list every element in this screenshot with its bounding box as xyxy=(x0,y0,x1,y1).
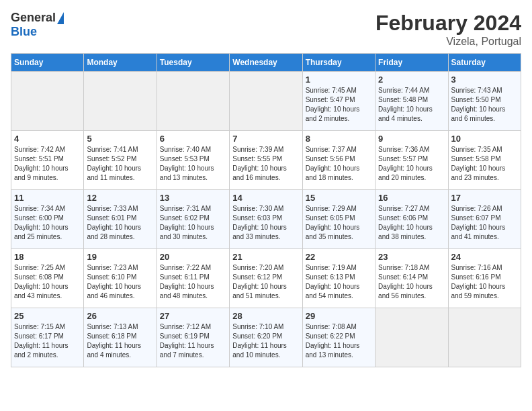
day-info: Sunrise: 7:29 AM Sunset: 6:05 PM Dayligh… xyxy=(306,204,372,242)
day-cell xyxy=(11,72,84,131)
day-cell: 15Sunrise: 7:29 AM Sunset: 6:05 PM Dayli… xyxy=(302,190,375,249)
day-cell: 1Sunrise: 7:45 AM Sunset: 5:47 PM Daylig… xyxy=(302,72,375,131)
logo-general: General xyxy=(11,11,56,25)
day-number: 7 xyxy=(232,134,299,144)
day-cell: 29Sunrise: 7:08 AM Sunset: 6:22 PM Dayli… xyxy=(302,308,375,367)
week-row-3: 11Sunrise: 7:34 AM Sunset: 6:00 PM Dayli… xyxy=(11,190,521,249)
day-info: Sunrise: 7:30 AM Sunset: 6:03 PM Dayligh… xyxy=(232,204,299,242)
day-info: Sunrise: 7:31 AM Sunset: 6:02 PM Dayligh… xyxy=(160,204,226,242)
day-info: Sunrise: 7:43 AM Sunset: 5:50 PM Dayligh… xyxy=(451,86,518,124)
day-cell xyxy=(84,72,157,131)
day-number: 13 xyxy=(160,193,226,203)
day-number: 9 xyxy=(378,134,445,144)
day-info: Sunrise: 7:27 AM Sunset: 6:06 PM Dayligh… xyxy=(378,204,445,242)
day-number: 1 xyxy=(306,75,372,85)
col-header-friday: Friday xyxy=(375,54,448,72)
day-cell: 18Sunrise: 7:25 AM Sunset: 6:08 PM Dayli… xyxy=(11,249,84,308)
day-cell xyxy=(157,72,229,131)
day-cell: 4Sunrise: 7:42 AM Sunset: 5:51 PM Daylig… xyxy=(11,131,84,190)
day-cell xyxy=(448,308,521,367)
day-info: Sunrise: 7:22 AM Sunset: 6:11 PM Dayligh… xyxy=(160,263,226,301)
day-number: 18 xyxy=(14,252,81,262)
day-cell: 3Sunrise: 7:43 AM Sunset: 5:50 PM Daylig… xyxy=(448,72,521,131)
day-number: 24 xyxy=(451,252,518,262)
day-cell: 19Sunrise: 7:23 AM Sunset: 6:10 PM Dayli… xyxy=(84,249,157,308)
day-info: Sunrise: 7:13 AM Sunset: 6:18 PM Dayligh… xyxy=(87,322,153,360)
day-info: Sunrise: 7:34 AM Sunset: 6:00 PM Dayligh… xyxy=(14,204,81,242)
day-info: Sunrise: 7:16 AM Sunset: 6:16 PM Dayligh… xyxy=(451,263,518,301)
day-number: 26 xyxy=(87,311,153,321)
day-cell xyxy=(230,72,302,131)
calendar-table: SundayMondayTuesdayWednesdayThursdayFrid… xyxy=(11,53,521,367)
logo-triangle-icon xyxy=(57,12,64,24)
day-cell: 20Sunrise: 7:22 AM Sunset: 6:11 PM Dayli… xyxy=(157,249,229,308)
col-header-wednesday: Wednesday xyxy=(230,54,302,72)
col-header-monday: Monday xyxy=(84,54,157,72)
day-cell: 5Sunrise: 7:41 AM Sunset: 5:52 PM Daylig… xyxy=(84,131,157,190)
day-cell: 28Sunrise: 7:10 AM Sunset: 6:20 PM Dayli… xyxy=(230,308,302,367)
day-number: 22 xyxy=(306,252,372,262)
day-cell: 7Sunrise: 7:39 AM Sunset: 5:55 PM Daylig… xyxy=(230,131,302,190)
day-cell: 2Sunrise: 7:44 AM Sunset: 5:48 PM Daylig… xyxy=(375,72,448,131)
day-cell: 12Sunrise: 7:33 AM Sunset: 6:01 PM Dayli… xyxy=(84,190,157,249)
day-number: 8 xyxy=(306,134,372,144)
day-info: Sunrise: 7:08 AM Sunset: 6:22 PM Dayligh… xyxy=(306,322,372,360)
day-number: 17 xyxy=(451,193,518,203)
calendar-title: February 2024 xyxy=(375,11,521,36)
week-row-5: 25Sunrise: 7:15 AM Sunset: 6:17 PM Dayli… xyxy=(11,308,521,367)
week-row-2: 4Sunrise: 7:42 AM Sunset: 5:51 PM Daylig… xyxy=(11,131,521,190)
day-info: Sunrise: 7:36 AM Sunset: 5:57 PM Dayligh… xyxy=(378,145,445,183)
day-cell: 16Sunrise: 7:27 AM Sunset: 6:06 PM Dayli… xyxy=(375,190,448,249)
week-row-4: 18Sunrise: 7:25 AM Sunset: 6:08 PM Dayli… xyxy=(11,249,521,308)
logo-blue: Blue xyxy=(11,25,37,39)
day-info: Sunrise: 7:41 AM Sunset: 5:52 PM Dayligh… xyxy=(87,145,153,183)
day-cell: 21Sunrise: 7:20 AM Sunset: 6:12 PM Dayli… xyxy=(230,249,302,308)
day-info: Sunrise: 7:39 AM Sunset: 5:55 PM Dayligh… xyxy=(232,145,299,183)
col-header-saturday: Saturday xyxy=(448,54,521,72)
day-cell: 23Sunrise: 7:18 AM Sunset: 6:14 PM Dayli… xyxy=(375,249,448,308)
col-header-tuesday: Tuesday xyxy=(157,54,229,72)
week-row-1: 1Sunrise: 7:45 AM Sunset: 5:47 PM Daylig… xyxy=(11,72,521,131)
day-cell: 10Sunrise: 7:35 AM Sunset: 5:58 PM Dayli… xyxy=(448,131,521,190)
day-number: 29 xyxy=(306,311,372,321)
day-number: 14 xyxy=(232,193,299,203)
day-info: Sunrise: 7:35 AM Sunset: 5:58 PM Dayligh… xyxy=(451,145,518,183)
day-number: 21 xyxy=(232,252,299,262)
day-number: 25 xyxy=(14,311,81,321)
day-number: 27 xyxy=(160,311,226,321)
calendar-header-row: SundayMondayTuesdayWednesdayThursdayFrid… xyxy=(11,54,521,72)
day-info: Sunrise: 7:20 AM Sunset: 6:12 PM Dayligh… xyxy=(232,263,299,301)
day-number: 23 xyxy=(378,252,445,262)
day-cell: 11Sunrise: 7:34 AM Sunset: 6:00 PM Dayli… xyxy=(11,190,84,249)
day-cell: 8Sunrise: 7:37 AM Sunset: 5:56 PM Daylig… xyxy=(302,131,375,190)
day-info: Sunrise: 7:26 AM Sunset: 6:07 PM Dayligh… xyxy=(451,204,518,242)
col-header-thursday: Thursday xyxy=(302,54,375,72)
day-cell xyxy=(375,308,448,367)
day-cell: 9Sunrise: 7:36 AM Sunset: 5:57 PM Daylig… xyxy=(375,131,448,190)
day-number: 15 xyxy=(306,193,372,203)
day-info: Sunrise: 7:42 AM Sunset: 5:51 PM Dayligh… xyxy=(14,145,81,183)
day-info: Sunrise: 7:18 AM Sunset: 6:14 PM Dayligh… xyxy=(378,263,445,301)
day-cell: 17Sunrise: 7:26 AM Sunset: 6:07 PM Dayli… xyxy=(448,190,521,249)
day-cell: 26Sunrise: 7:13 AM Sunset: 6:18 PM Dayli… xyxy=(84,308,157,367)
page-header: General Blue February 2024 Vizela, Portu… xyxy=(11,11,521,48)
day-number: 28 xyxy=(232,311,299,321)
day-number: 12 xyxy=(87,193,153,203)
day-number: 11 xyxy=(14,193,81,203)
day-info: Sunrise: 7:33 AM Sunset: 6:01 PM Dayligh… xyxy=(87,204,153,242)
day-number: 3 xyxy=(451,75,518,85)
day-cell: 14Sunrise: 7:30 AM Sunset: 6:03 PM Dayli… xyxy=(230,190,302,249)
day-number: 5 xyxy=(87,134,153,144)
day-cell: 6Sunrise: 7:40 AM Sunset: 5:53 PM Daylig… xyxy=(157,131,229,190)
day-number: 16 xyxy=(378,193,445,203)
day-number: 4 xyxy=(14,134,81,144)
day-info: Sunrise: 7:25 AM Sunset: 6:08 PM Dayligh… xyxy=(14,263,81,301)
day-number: 6 xyxy=(160,134,226,144)
day-info: Sunrise: 7:40 AM Sunset: 5:53 PM Dayligh… xyxy=(160,145,226,183)
day-info: Sunrise: 7:37 AM Sunset: 5:56 PM Dayligh… xyxy=(306,145,372,183)
day-info: Sunrise: 7:23 AM Sunset: 6:10 PM Dayligh… xyxy=(87,263,153,301)
day-cell: 24Sunrise: 7:16 AM Sunset: 6:16 PM Dayli… xyxy=(448,249,521,308)
title-block: February 2024 Vizela, Portugal xyxy=(375,11,521,48)
day-number: 10 xyxy=(451,134,518,144)
day-info: Sunrise: 7:10 AM Sunset: 6:20 PM Dayligh… xyxy=(232,322,299,360)
